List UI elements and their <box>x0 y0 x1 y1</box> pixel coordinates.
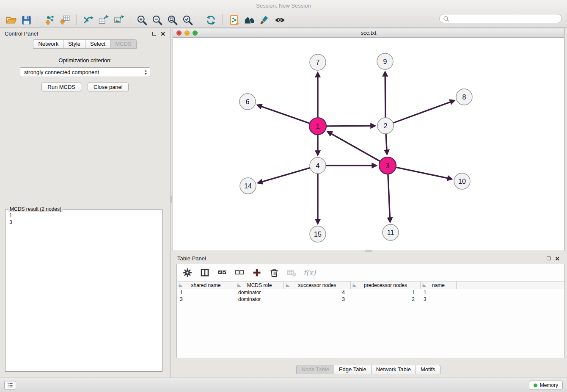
eye-button[interactable] <box>272 13 287 27</box>
mcds-result-text[interactable]: 13 <box>6 210 162 228</box>
graph-node-10[interactable]: 10 <box>454 173 470 189</box>
network-graph-canvas[interactable]: 7968124310141511 <box>173 38 564 251</box>
tab-edge-table[interactable]: Edge Table <box>334 365 372 374</box>
list-icon <box>7 382 14 388</box>
graph-node-3[interactable]: 3 <box>379 157 396 174</box>
graph-edge-2-3[interactable] <box>386 134 387 154</box>
refresh-button[interactable] <box>203 13 218 27</box>
graph-node-4[interactable]: 4 <box>310 157 326 174</box>
window-chrome: Session: New Session <box>0 0 567 28</box>
memory-button[interactable]: Memory <box>529 381 563 390</box>
optimization-dropdown[interactable]: strongly connected component ▲▼ <box>20 67 150 77</box>
tab-mcds[interactable]: MCDS <box>110 39 136 49</box>
close-panel-button[interactable]: Close panel <box>88 83 129 91</box>
task-history-button[interactable] <box>4 381 16 389</box>
table-row[interactable]: 3dominator323 <box>177 296 564 303</box>
zoom-selected-button[interactable] <box>180 13 195 27</box>
zoom-selected-icon <box>182 14 193 26</box>
function-builder-icon: f(x) <box>303 268 316 277</box>
graph-edge-3-11[interactable] <box>388 174 390 222</box>
sort-icon <box>178 283 183 289</box>
close-panel-icon[interactable]: ✕ <box>160 32 165 36</box>
column-header-name[interactable]: name <box>421 282 457 289</box>
search-box[interactable] <box>439 14 562 23</box>
deselect-all-icon <box>234 268 245 278</box>
tab-network-table[interactable]: Network Table <box>371 365 416 374</box>
horizontal-splitter-handle[interactable] <box>365 250 372 252</box>
open-folder-button[interactable] <box>3 13 19 27</box>
import-table-icon <box>59 14 71 26</box>
tab-select[interactable]: Select <box>85 39 110 49</box>
graph-node-11[interactable]: 11 <box>383 224 399 240</box>
zoom-fit-button[interactable] <box>165 13 180 27</box>
column-header-mcds_role[interactable]: MCDS role <box>235 282 284 289</box>
graph-node-14[interactable]: 14 <box>240 178 256 194</box>
delete-row-button[interactable] <box>269 267 280 278</box>
network-view-window: × − + scc.txt 7968124310141511 <box>173 28 564 251</box>
columns-button[interactable] <box>199 267 210 278</box>
graph-edge-3-1[interactable] <box>328 132 380 161</box>
cell-mcds_role: dominator <box>235 289 284 296</box>
add-row-icon <box>252 268 262 278</box>
home-button[interactable] <box>242 13 257 27</box>
import-table-button[interactable] <box>57 13 72 27</box>
import-network-button[interactable] <box>42 13 57 27</box>
delete-table-icon <box>286 268 297 278</box>
export-table-icon <box>98 14 109 26</box>
table-row[interactable]: 1dominator411 <box>177 289 564 296</box>
export-image-button[interactable] <box>111 13 126 27</box>
float-panel-icon[interactable] <box>152 32 156 36</box>
float-table-panel-icon[interactable] <box>547 257 550 260</box>
graph-node-8[interactable]: 8 <box>456 89 472 105</box>
close-window-icon[interactable]: × <box>176 30 182 36</box>
select-all-button[interactable] <box>217 267 228 278</box>
column-header-shared_name[interactable]: shared name <box>177 282 235 289</box>
clipboard-network-button[interactable] <box>226 13 242 27</box>
svg-text:2: 2 <box>384 122 388 130</box>
save-button[interactable] <box>19 13 34 27</box>
graph-node-2[interactable]: 2 <box>377 118 394 134</box>
app-window: Session: New Session Control Panel ✕ Net… <box>0 0 567 392</box>
add-row-button[interactable] <box>251 267 262 278</box>
mcds-result-box: MCDS result (2 nodes) 13 <box>5 209 162 372</box>
deselect-all-button[interactable] <box>234 267 245 278</box>
graph-node-9[interactable]: 9 <box>377 53 393 69</box>
graph-node-7[interactable]: 7 <box>310 54 326 70</box>
zoom-in-button[interactable] <box>134 13 149 27</box>
graph-edge-2-9[interactable] <box>385 72 385 118</box>
graph-edge-1-2[interactable] <box>327 126 375 126</box>
run-mcds-button[interactable]: Run MCDS <box>41 83 81 91</box>
tab-motifs[interactable]: Motifs <box>416 365 440 374</box>
settings-gear-button[interactable] <box>182 267 193 278</box>
style-brush-button[interactable] <box>257 13 272 27</box>
titlebar[interactable]: Session: New Session <box>0 0 567 11</box>
window-title: Session: New Session <box>256 3 311 9</box>
graph-node-15[interactable]: 15 <box>310 226 326 242</box>
zoom-out-button[interactable] <box>149 13 165 27</box>
graph-node-6[interactable]: 6 <box>239 94 256 110</box>
graph-edge-4-14[interactable] <box>258 168 310 183</box>
search-input[interactable] <box>451 16 558 22</box>
graph-edge-3-10[interactable] <box>396 167 452 179</box>
graph-node-1[interactable]: 1 <box>309 118 326 135</box>
sort-icon <box>285 283 290 289</box>
export-table-button[interactable] <box>96 13 111 27</box>
dropdown-stepper-icon: ▲▼ <box>144 69 147 76</box>
column-label: MCDS role <box>247 282 272 288</box>
column-header-predecessor_nodes[interactable]: predecessor nodes <box>351 282 421 289</box>
vertical-splitter-handle[interactable] <box>171 196 172 203</box>
maximize-window-icon[interactable]: + <box>193 30 198 36</box>
graph-edge-2-8[interactable] <box>393 101 454 123</box>
delete-row-icon <box>269 268 279 278</box>
tab-node-table[interactable]: Node Table <box>296 365 334 374</box>
export-network-button[interactable] <box>80 13 96 27</box>
close-table-panel-icon[interactable]: ✕ <box>555 257 560 261</box>
minimize-window-icon[interactable]: − <box>184 30 190 36</box>
function-builder-button: f(x) <box>303 267 316 278</box>
column-header-successor_nodes[interactable]: successor nodes <box>284 282 351 289</box>
graph-edge-1-6[interactable] <box>258 105 310 123</box>
tab-network[interactable]: Network <box>33 39 63 49</box>
tab-style[interactable]: Style <box>63 39 85 49</box>
network-window-titlebar[interactable]: × − + scc.txt <box>173 28 564 38</box>
cell-shared_name: 3 <box>177 296 235 303</box>
